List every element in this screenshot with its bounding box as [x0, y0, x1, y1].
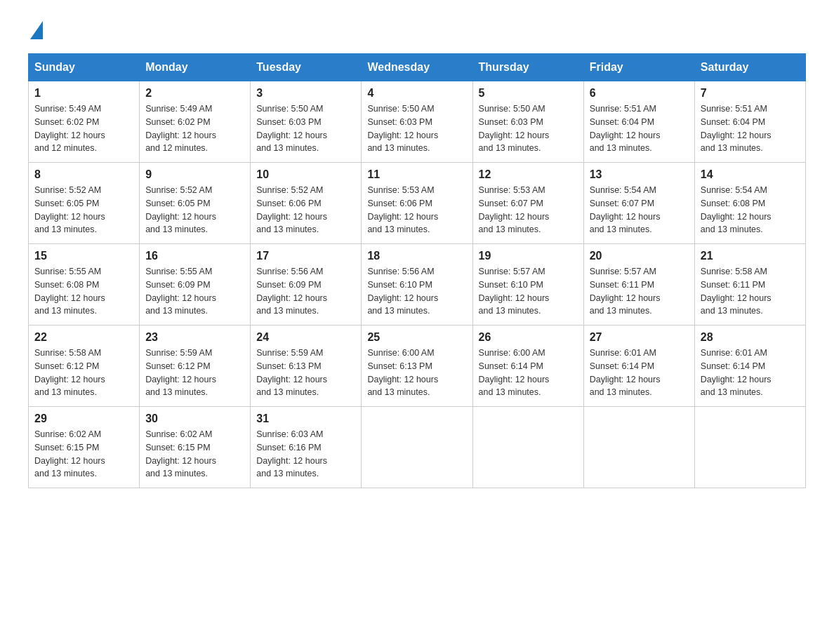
day-number: 8	[34, 168, 133, 181]
weekday-header-thursday: Thursday	[472, 54, 583, 81]
day-info: Sunrise: 5:51 AMSunset: 6:04 PMDaylight:…	[701, 104, 772, 153]
day-info: Sunrise: 5:52 AMSunset: 6:05 PMDaylight:…	[34, 185, 105, 234]
calendar-cell: 31 Sunrise: 6:03 AMSunset: 6:16 PMDaylig…	[251, 407, 362, 488]
day-info: Sunrise: 5:49 AMSunset: 6:02 PMDaylight:…	[34, 104, 105, 153]
day-number: 11	[367, 168, 466, 181]
day-number: 24	[256, 331, 355, 344]
calendar-cell: 4 Sunrise: 5:50 AMSunset: 6:03 PMDayligh…	[362, 81, 472, 163]
weekday-header-monday: Monday	[140, 54, 251, 81]
day-number: 31	[256, 412, 355, 425]
calendar-cell	[362, 407, 472, 488]
day-number: 28	[701, 331, 800, 344]
day-number: 27	[590, 331, 689, 344]
day-info: Sunrise: 5:54 AMSunset: 6:07 PMDaylight:…	[590, 185, 661, 234]
calendar-cell: 21 Sunrise: 5:58 AMSunset: 6:11 PMDaylig…	[694, 244, 805, 326]
weekday-header-wednesday: Wednesday	[362, 54, 472, 81]
day-number: 22	[34, 331, 133, 344]
day-info: Sunrise: 5:50 AMSunset: 6:03 PMDaylight:…	[367, 104, 438, 153]
calendar-week-row: 15 Sunrise: 5:55 AMSunset: 6:08 PMDaylig…	[29, 244, 806, 326]
day-number: 6	[590, 87, 689, 100]
calendar-cell: 22 Sunrise: 5:58 AMSunset: 6:12 PMDaylig…	[29, 326, 140, 407]
day-info: Sunrise: 6:02 AMSunset: 6:15 PMDaylight:…	[34, 429, 105, 478]
day-info: Sunrise: 6:02 AMSunset: 6:15 PMDaylight:…	[145, 429, 216, 478]
day-info: Sunrise: 5:55 AMSunset: 6:09 PMDaylight:…	[145, 267, 216, 316]
calendar-cell: 11 Sunrise: 5:53 AMSunset: 6:06 PMDaylig…	[362, 163, 472, 244]
calendar-cell: 17 Sunrise: 5:56 AMSunset: 6:09 PMDaylig…	[251, 244, 362, 326]
day-info: Sunrise: 5:53 AMSunset: 6:07 PMDaylight:…	[479, 185, 550, 234]
day-info: Sunrise: 6:00 AMSunset: 6:14 PMDaylight:…	[479, 348, 550, 397]
day-number: 14	[701, 168, 800, 181]
day-info: Sunrise: 5:57 AMSunset: 6:11 PMDaylight:…	[590, 267, 661, 316]
calendar-cell: 1 Sunrise: 5:49 AMSunset: 6:02 PMDayligh…	[29, 81, 140, 163]
day-info: Sunrise: 6:03 AMSunset: 6:16 PMDaylight:…	[256, 429, 327, 478]
calendar-cell: 28 Sunrise: 6:01 AMSunset: 6:14 PMDaylig…	[694, 326, 805, 407]
calendar-cell: 18 Sunrise: 5:56 AMSunset: 6:10 PMDaylig…	[362, 244, 472, 326]
day-number: 3	[256, 87, 355, 100]
calendar-cell: 25 Sunrise: 6:00 AMSunset: 6:13 PMDaylig…	[362, 326, 472, 407]
calendar-cell: 5 Sunrise: 5:50 AMSunset: 6:03 PMDayligh…	[472, 81, 583, 163]
day-info: Sunrise: 6:01 AMSunset: 6:14 PMDaylight:…	[590, 348, 661, 397]
svg-marker-0	[30, 21, 43, 39]
day-info: Sunrise: 5:59 AMSunset: 6:12 PMDaylight:…	[145, 348, 216, 397]
day-number: 2	[145, 87, 244, 100]
calendar-cell: 26 Sunrise: 6:00 AMSunset: 6:14 PMDaylig…	[472, 326, 583, 407]
day-number: 5	[479, 87, 578, 100]
calendar-cell: 16 Sunrise: 5:55 AMSunset: 6:09 PMDaylig…	[140, 244, 251, 326]
day-info: Sunrise: 5:50 AMSunset: 6:03 PMDaylight:…	[256, 104, 327, 153]
calendar-cell: 2 Sunrise: 5:49 AMSunset: 6:02 PMDayligh…	[140, 81, 251, 163]
day-number: 21	[701, 250, 800, 262]
day-info: Sunrise: 5:52 AMSunset: 6:06 PMDaylight:…	[256, 185, 327, 234]
day-info: Sunrise: 5:54 AMSunset: 6:08 PMDaylight:…	[701, 185, 772, 234]
calendar-cell: 6 Sunrise: 5:51 AMSunset: 6:04 PMDayligh…	[583, 81, 694, 163]
calendar-cell: 12 Sunrise: 5:53 AMSunset: 6:07 PMDaylig…	[472, 163, 583, 244]
calendar-cell: 15 Sunrise: 5:55 AMSunset: 6:08 PMDaylig…	[29, 244, 140, 326]
calendar-cell	[472, 407, 583, 488]
day-number: 4	[367, 87, 466, 100]
day-number: 16	[145, 250, 244, 262]
calendar-week-row: 29 Sunrise: 6:02 AMSunset: 6:15 PMDaylig…	[29, 407, 806, 488]
day-info: Sunrise: 5:55 AMSunset: 6:08 PMDaylight:…	[34, 267, 105, 316]
day-info: Sunrise: 5:58 AMSunset: 6:11 PMDaylight:…	[701, 267, 772, 316]
day-number: 30	[145, 412, 244, 425]
calendar-cell: 7 Sunrise: 5:51 AMSunset: 6:04 PMDayligh…	[694, 81, 805, 163]
calendar-cell: 24 Sunrise: 5:59 AMSunset: 6:13 PMDaylig…	[251, 326, 362, 407]
calendar-week-row: 22 Sunrise: 5:58 AMSunset: 6:12 PMDaylig…	[29, 326, 806, 407]
day-number: 15	[34, 250, 133, 262]
weekday-header-row: SundayMondayTuesdayWednesdayThursdayFrid…	[29, 54, 806, 81]
weekday-header-sunday: Sunday	[29, 54, 140, 81]
day-info: Sunrise: 5:50 AMSunset: 6:03 PMDaylight:…	[479, 104, 550, 153]
calendar-cell: 10 Sunrise: 5:52 AMSunset: 6:06 PMDaylig…	[251, 163, 362, 244]
day-info: Sunrise: 5:51 AMSunset: 6:04 PMDaylight:…	[590, 104, 661, 153]
calendar-table: SundayMondayTuesdayWednesdayThursdayFrid…	[28, 53, 806, 488]
logo-triangle-icon	[30, 21, 43, 39]
calendar-cell: 30 Sunrise: 6:02 AMSunset: 6:15 PMDaylig…	[140, 407, 251, 488]
calendar-cell: 20 Sunrise: 5:57 AMSunset: 6:11 PMDaylig…	[583, 244, 694, 326]
day-number: 7	[701, 87, 800, 100]
day-info: Sunrise: 5:57 AMSunset: 6:10 PMDaylight:…	[479, 267, 550, 316]
logo	[28, 21, 43, 39]
day-number: 17	[256, 250, 355, 262]
day-info: Sunrise: 5:58 AMSunset: 6:12 PMDaylight:…	[34, 348, 105, 397]
day-info: Sunrise: 5:52 AMSunset: 6:05 PMDaylight:…	[145, 185, 216, 234]
day-info: Sunrise: 5:59 AMSunset: 6:13 PMDaylight:…	[256, 348, 327, 397]
calendar-week-row: 1 Sunrise: 5:49 AMSunset: 6:02 PMDayligh…	[29, 81, 806, 163]
day-number: 10	[256, 168, 355, 181]
day-number: 19	[479, 250, 578, 262]
calendar-cell: 19 Sunrise: 5:57 AMSunset: 6:10 PMDaylig…	[472, 244, 583, 326]
weekday-header-tuesday: Tuesday	[251, 54, 362, 81]
calendar-cell: 13 Sunrise: 5:54 AMSunset: 6:07 PMDaylig…	[583, 163, 694, 244]
day-number: 26	[479, 331, 578, 344]
calendar-cell: 9 Sunrise: 5:52 AMSunset: 6:05 PMDayligh…	[140, 163, 251, 244]
calendar-cell: 29 Sunrise: 6:02 AMSunset: 6:15 PMDaylig…	[29, 407, 140, 488]
weekday-header-saturday: Saturday	[694, 54, 805, 81]
day-number: 23	[145, 331, 244, 344]
calendar-cell: 23 Sunrise: 5:59 AMSunset: 6:12 PMDaylig…	[140, 326, 251, 407]
day-number: 25	[367, 331, 466, 344]
calendar-cell: 8 Sunrise: 5:52 AMSunset: 6:05 PMDayligh…	[29, 163, 140, 244]
day-info: Sunrise: 6:00 AMSunset: 6:13 PMDaylight:…	[367, 348, 438, 397]
day-info: Sunrise: 5:49 AMSunset: 6:02 PMDaylight:…	[145, 104, 216, 153]
day-info: Sunrise: 5:53 AMSunset: 6:06 PMDaylight:…	[367, 185, 438, 234]
weekday-header-friday: Friday	[583, 54, 694, 81]
calendar-cell: 27 Sunrise: 6:01 AMSunset: 6:14 PMDaylig…	[583, 326, 694, 407]
day-info: Sunrise: 5:56 AMSunset: 6:10 PMDaylight:…	[367, 267, 438, 316]
